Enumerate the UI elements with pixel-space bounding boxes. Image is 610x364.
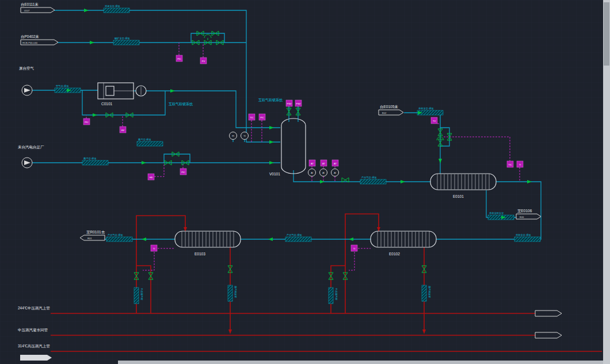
svg-text:PV: PV xyxy=(202,60,205,63)
line-tag-label: 锅炉水管-保温 xyxy=(114,37,130,40)
svg-text:TI: TI xyxy=(153,247,155,250)
svg-text:TIC: TIC xyxy=(250,116,254,119)
instrument-box[interactable]: PIC xyxy=(83,118,90,125)
svg-text:PSV: PSV xyxy=(296,102,300,105)
instrument-bubble[interactable]: PI xyxy=(230,132,237,140)
instrument-box[interactable]: AT xyxy=(321,160,327,166)
header-label: 中压蒸汽凝水回管 xyxy=(18,328,48,332)
note-label: 互联气联锁系统 xyxy=(258,98,283,102)
svg-text:TIC: TIC xyxy=(508,163,512,166)
svg-text:PIC: PIC xyxy=(260,116,264,119)
line-tag-label: 产品气管-保温 xyxy=(108,233,123,236)
instrument-box[interactable]: AT xyxy=(332,160,338,166)
svg-text:R01: R01 xyxy=(87,237,92,240)
line-tag xyxy=(137,141,163,146)
line-tag-label: 产品气管-保温 xyxy=(361,176,377,179)
instrument-box[interactable]: PIC xyxy=(180,168,186,175)
line-tag-label: 蒸汽凝水管 xyxy=(428,286,431,298)
line-tag xyxy=(360,179,386,184)
line-tag xyxy=(82,160,108,165)
instrument-bubble[interactable]: AI xyxy=(308,169,316,177)
svg-text:PIC: PIC xyxy=(177,58,181,60)
note-label: 互联气联锁系统 xyxy=(169,102,193,106)
instrument-bubble[interactable]: TI xyxy=(241,132,249,140)
instrument-box[interactable]: TIC xyxy=(249,114,255,120)
horizontal-scrollbar[interactable] xyxy=(118,361,603,364)
instrument-box[interactable]: TV xyxy=(431,117,437,124)
line-tag xyxy=(514,237,540,242)
line-tag-label: 冷凝水管-保温 xyxy=(105,5,120,7)
line-tag-label: 蒸汽凝水管 xyxy=(234,286,237,298)
svg-text:自E0111来: 自E0111来 xyxy=(21,2,39,7)
instrument-box[interactable]: TI xyxy=(517,161,523,167)
svg-text:PIC: PIC xyxy=(181,171,185,174)
svg-text:PI: PI xyxy=(232,135,234,137)
instrument-box[interactable]: TIC xyxy=(507,161,513,167)
line-tag xyxy=(422,285,426,301)
air-source-symbol[interactable] xyxy=(22,85,32,95)
instrument-box[interactable]: TI xyxy=(151,245,157,251)
instrument-box[interactable]: PIC xyxy=(176,55,182,62)
svg-text:PSV: PSV xyxy=(287,102,291,105)
svg-text:HCB-P40-040: HCB-P40-040 xyxy=(22,41,38,44)
svg-text:TV: TV xyxy=(433,120,436,122)
line-tag xyxy=(285,237,311,242)
cad-canvas[interactable]: 冷凝水管-保温 锅炉水管-保温 空气管-保温 蒸汽管-保温 蒸汽管-保温 产品气… xyxy=(0,0,610,364)
svg-text:AI: AI xyxy=(334,172,336,174)
line-tag xyxy=(113,40,139,45)
source-label: 来自汽电自足厂 xyxy=(18,145,44,150)
line-tag-label: 产品气管-保温 xyxy=(287,233,302,236)
line-tag-label: 冷却水回水管 xyxy=(489,212,504,214)
equipment-label: E0101 xyxy=(453,194,464,198)
svg-text:自P0402来: 自P0402来 xyxy=(21,35,39,39)
line-tag-label: 空气管-保温 xyxy=(56,85,68,87)
instrument-box[interactable]: AT xyxy=(309,160,315,166)
equipment-label: E0102 xyxy=(389,252,400,256)
equipment-label: E0103 xyxy=(195,252,205,256)
line-tag-label: 中压蒸汽管 xyxy=(140,288,143,301)
instrument-bubble[interactable]: AI xyxy=(331,169,339,177)
svg-text:TI: TI xyxy=(519,163,521,166)
svg-text:TI: TI xyxy=(353,247,356,250)
line-tag xyxy=(488,215,514,220)
svg-text:AI: AI xyxy=(322,172,325,174)
instrument-box[interactable]: PV xyxy=(200,58,207,64)
instrument-box[interactable]: HV xyxy=(120,127,126,133)
header-left-connector[interactable] xyxy=(20,355,52,361)
svg-text:AI: AI xyxy=(311,172,313,174)
header-label: 244℃中压蒸汽上管 xyxy=(18,306,50,311)
instrument-box[interactable]: TI xyxy=(351,245,357,251)
line-tag xyxy=(134,288,139,304)
source-label: 原自空气 xyxy=(19,66,35,71)
header-label: 314℃高压蒸汽上管 xyxy=(18,344,50,348)
instrument-box[interactable]: PSV xyxy=(286,100,292,106)
equipment-label: C0101 xyxy=(101,102,113,106)
instrument-box[interactable]: HS xyxy=(148,174,154,180)
line-tag-label: 冷却水管-保温 xyxy=(418,107,434,110)
equipment-label: V0101 xyxy=(269,172,280,176)
line-tag xyxy=(106,237,132,242)
svg-text:AT: AT xyxy=(322,162,325,165)
vertical-scrollbar-thumb[interactable] xyxy=(604,2,609,66)
svg-text:E02: E02 xyxy=(382,112,387,114)
svg-text:TI: TI xyxy=(243,135,245,137)
line-tag xyxy=(228,285,232,301)
line-tag xyxy=(329,288,333,304)
instrument-box[interactable]: PSV xyxy=(295,100,302,106)
svg-text:至R0101去: 至R0101去 xyxy=(86,230,105,234)
line-tag-label: 蒸汽管-保温 xyxy=(83,157,96,160)
line-tag-label: 蒸汽管-保温 xyxy=(138,138,151,141)
line-tag-label: 冷却水管-保温 xyxy=(516,233,531,236)
svg-text:AT: AT xyxy=(334,162,337,165)
svg-text:至E0106: 至E0106 xyxy=(517,209,532,213)
steam-source-symbol[interactable] xyxy=(22,158,32,168)
line-tag-label: 中压蒸汽管 xyxy=(335,288,338,301)
instrument-box[interactable]: PIC xyxy=(259,114,265,120)
instrument-bubble[interactable]: AI xyxy=(320,169,327,177)
svg-text:AT: AT xyxy=(311,162,314,165)
svg-text:PIC: PIC xyxy=(85,121,89,124)
svg-text:E06: E06 xyxy=(520,216,524,219)
svg-text:HV: HV xyxy=(121,129,125,132)
svg-text:自E0105来: 自E0105来 xyxy=(380,105,398,109)
svg-text:HS: HS xyxy=(150,176,153,179)
